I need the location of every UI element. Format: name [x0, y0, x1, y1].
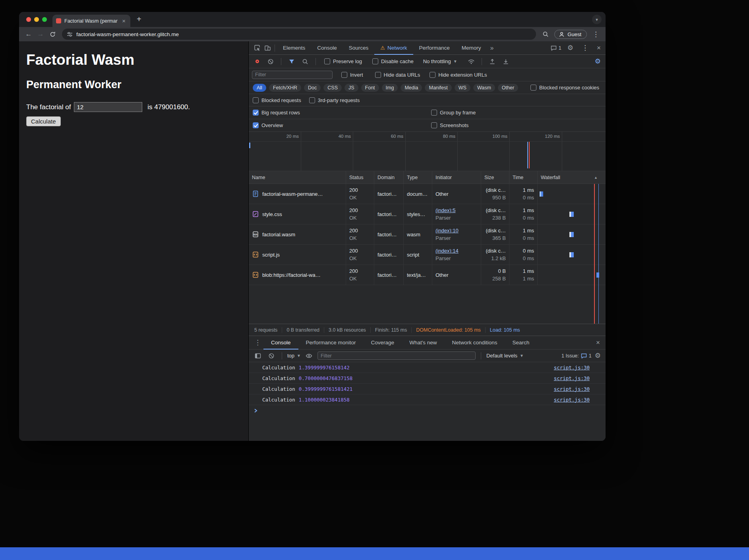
zoom-icon[interactable] — [540, 29, 551, 40]
invert-checkbox[interactable]: Invert — [341, 72, 363, 78]
source-link[interactable]: script.js:30 — [554, 375, 590, 381]
console-settings-icon[interactable]: ⚙ — [595, 351, 602, 360]
chip-ws[interactable]: WS — [455, 84, 470, 92]
column-header-domain[interactable]: Domain — [374, 171, 404, 183]
devtools-menu-icon[interactable]: ⋮ — [579, 44, 591, 52]
window-minimize-button[interactable] — [34, 17, 39, 22]
devtools-close-icon[interactable]: × — [597, 44, 601, 52]
tab-search-button[interactable]: ▾ — [592, 15, 602, 24]
back-button[interactable]: ← — [23, 29, 34, 40]
network-settings-icon[interactable]: ⚙ — [595, 57, 602, 66]
column-header-name[interactable]: Name — [249, 171, 346, 183]
guest-profile-button[interactable]: Guest — [554, 30, 587, 39]
chip-media[interactable]: Media — [401, 84, 422, 92]
filter-funnel-icon[interactable] — [286, 56, 297, 67]
source-link[interactable]: script.js:30 — [554, 386, 590, 392]
throttling-select[interactable]: No throttling ▼ — [423, 58, 457, 64]
screenshots-checkbox[interactable]: Screenshots — [431, 122, 468, 128]
tab-close-icon[interactable]: × — [121, 17, 127, 24]
network-request-row[interactable]: WA factorial.wasm 200OK factori… wasm (i… — [249, 224, 606, 245]
chip-wasm[interactable]: Wasm — [473, 84, 495, 92]
chip-other[interactable]: Other — [498, 84, 518, 92]
drawer-tab-performance-monitor[interactable]: Performance monitor — [298, 336, 364, 350]
tab-sources[interactable]: Sources — [343, 41, 375, 55]
drawer-tab-search[interactable]: Search — [505, 336, 537, 350]
clear-console-icon[interactable] — [266, 351, 277, 361]
network-request-row[interactable]: style.css 200OK factori… styles… (index)… — [249, 204, 606, 224]
live-expression-eye-icon[interactable] — [304, 351, 314, 361]
network-filter-input[interactable] — [252, 71, 333, 79]
blocked-response-cookies-checkbox[interactable]: Blocked response cookies — [530, 85, 599, 91]
new-tab-button[interactable]: + — [135, 15, 143, 24]
network-request-row[interactable]: factorial-wasm-permane… 200OK factori… d… — [249, 184, 606, 204]
network-request-row[interactable]: script.js 200OK factori… script (index):… — [249, 245, 606, 265]
drawer-close-icon[interactable]: × — [596, 339, 602, 347]
initiator-link[interactable]: (index):10 — [435, 227, 478, 234]
column-header-time[interactable]: Time — [509, 171, 538, 183]
devtools-settings-icon[interactable]: ⚙ — [567, 44, 573, 52]
tab-memory[interactable]: Memory — [456, 41, 487, 55]
chip-js[interactable]: JS — [345, 84, 358, 92]
browser-tab[interactable]: Factorial Wasm (permanent W × — [52, 15, 130, 27]
third-party-requests-checkbox[interactable]: 3rd-party requests — [309, 97, 360, 103]
tab-performance[interactable]: Performance — [413, 41, 456, 55]
big-request-rows-checkbox[interactable]: Big request rows — [253, 110, 300, 116]
preserve-log-checkbox[interactable]: Preserve log — [324, 58, 362, 64]
overview-checkbox[interactable]: Overview — [253, 122, 283, 128]
window-close-button[interactable] — [26, 17, 31, 22]
forward-button[interactable]: → — [35, 29, 46, 40]
initiator-link[interactable]: (index):5 — [435, 207, 478, 214]
clear-network-log-icon[interactable] — [265, 56, 276, 67]
group-by-frame-checkbox[interactable]: Group by frame — [431, 110, 476, 116]
source-link[interactable]: script.js:30 — [554, 397, 590, 403]
calculate-button[interactable]: Calculate — [26, 116, 61, 126]
network-overview-timeline[interactable]: 20 ms 40 ms 60 ms 80 ms 100 ms 120 ms 14 — [249, 132, 606, 171]
console-issues-counter[interactable]: 1 Issue: 1 — [561, 353, 592, 359]
tab-elements[interactable]: Elements — [277, 41, 311, 55]
column-header-initiator[interactable]: Initiator — [432, 171, 481, 183]
column-header-status[interactable]: Status — [346, 171, 374, 183]
tab-network[interactable]: ⚠ Network — [374, 41, 413, 55]
disable-cache-checkbox[interactable]: Disable cache — [372, 58, 414, 64]
chip-all[interactable]: All — [253, 84, 266, 92]
more-tabs-icon[interactable]: » — [487, 44, 497, 52]
console-context-select[interactable]: top ▼ — [287, 353, 301, 359]
column-header-type[interactable]: Type — [404, 171, 432, 183]
export-har-icon[interactable] — [501, 56, 511, 67]
blocked-requests-checkbox[interactable]: Blocked requests — [253, 97, 301, 103]
hide-data-urls-checkbox[interactable]: Hide data URLs — [375, 72, 420, 78]
tab-console[interactable]: Console — [311, 41, 343, 55]
console-prompt[interactable] — [249, 405, 606, 416]
drawer-menu-icon[interactable]: ⋮ — [252, 338, 263, 347]
chip-font[interactable]: Font — [361, 84, 379, 92]
drawer-tab-network-conditions[interactable]: Network conditions — [445, 336, 505, 350]
log-levels-select[interactable]: Default levels ▼ — [486, 353, 524, 359]
chip-manifest[interactable]: Manifest — [425, 84, 451, 92]
chip-css[interactable]: CSS — [323, 84, 342, 92]
record-network-log-icon[interactable] — [252, 56, 262, 67]
inspect-element-icon[interactable] — [252, 43, 262, 53]
factorial-input[interactable] — [74, 102, 142, 112]
network-conditions-icon[interactable] — [466, 56, 476, 67]
hide-extension-urls-checkbox[interactable]: Hide extension URLs — [430, 72, 487, 78]
window-zoom-button[interactable] — [42, 17, 47, 22]
drawer-tab-console[interactable]: Console — [263, 336, 298, 350]
column-header-size[interactable]: Size — [481, 171, 509, 183]
issues-counter[interactable]: 1 — [551, 45, 561, 51]
reload-button[interactable] — [47, 29, 58, 40]
device-toolbar-icon[interactable] — [262, 43, 273, 53]
source-link[interactable]: script.js:30 — [554, 365, 590, 371]
chip-doc[interactable]: Doc — [304, 84, 321, 92]
chip-img[interactable]: Img — [382, 84, 398, 92]
search-icon[interactable] — [300, 56, 310, 67]
console-sidebar-icon[interactable] — [253, 351, 263, 361]
column-header-waterfall[interactable]: Waterfall ▲ — [538, 171, 606, 183]
site-settings-icon[interactable] — [67, 31, 73, 37]
omnibox[interactable]: factorial-wasm-permanent-worker.glitch.m… — [62, 29, 536, 40]
network-request-row[interactable]: blob:https://factorial-wa… 200OK factori… — [249, 265, 606, 285]
drawer-tab-coverage[interactable]: Coverage — [364, 336, 402, 350]
import-har-icon[interactable] — [487, 56, 497, 67]
chip-fetch-xhr[interactable]: Fetch/XHR — [269, 84, 301, 92]
browser-menu-button[interactable]: ⋮ — [590, 30, 602, 39]
initiator-link[interactable]: (index):14 — [435, 247, 478, 255]
